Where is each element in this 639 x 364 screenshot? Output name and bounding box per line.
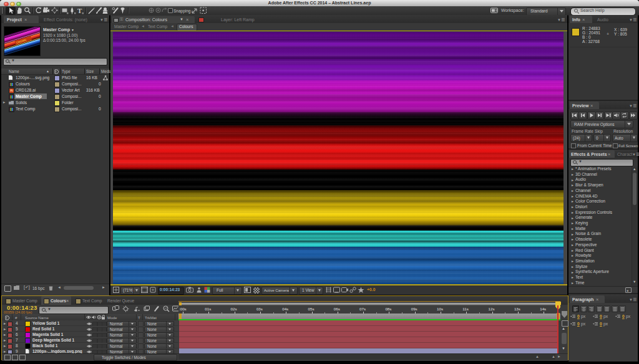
svg-text:T: T (77, 7, 82, 14)
